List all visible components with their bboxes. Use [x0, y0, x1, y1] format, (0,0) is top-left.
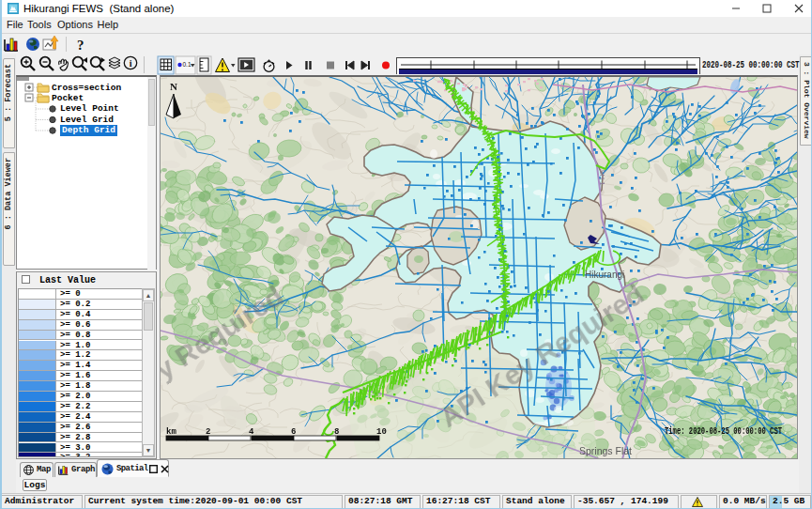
svg-text:8: 8 — [334, 427, 339, 437]
svg-text:6: 6 — [291, 427, 296, 437]
svg-text:0.1: 0.1 — [183, 61, 192, 68]
svg-text:Springs Flat: Springs Flat — [579, 445, 632, 456]
svg-text:?: ? — [77, 38, 84, 53]
svg-text:N: N — [170, 81, 177, 92]
svg-text:km: km — [166, 427, 176, 437]
svg-text:10: 10 — [376, 427, 387, 437]
svg-text:SH 1: SH 1 — [598, 169, 606, 186]
svg-text:4: 4 — [249, 427, 254, 437]
svg-text:2: 2 — [206, 427, 210, 437]
svg-text:Hikurangi: Hikurangi — [585, 270, 624, 280]
svg-text:i: i — [130, 58, 132, 69]
svg-text:Time: 2020-08-25 00:00:00 CST: Time: 2020-08-25 00:00:00 CST — [665, 426, 782, 437]
